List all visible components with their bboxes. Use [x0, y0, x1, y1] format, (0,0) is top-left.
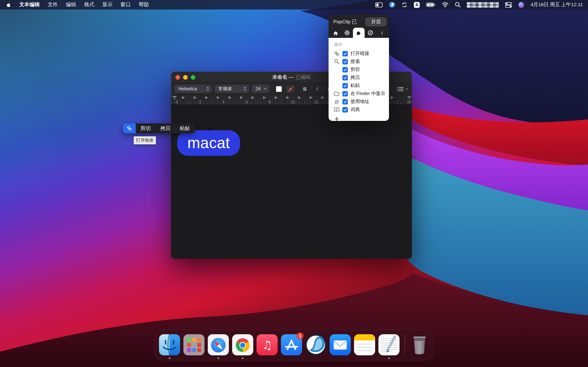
dock-notes-icon[interactable] — [354, 334, 375, 355]
display-toggle-icon[interactable] — [375, 2, 383, 8]
popclip-enable-button[interactable]: 开启 — [365, 17, 386, 26]
menu-app-name[interactable]: 文本编辑 — [19, 1, 40, 8]
checkbox-checked[interactable] — [342, 51, 348, 56]
tab-extensions[interactable] — [353, 28, 365, 38]
dock-chrome-icon[interactable] — [232, 334, 253, 355]
action-label[interactable]: 搜索 — [350, 58, 360, 65]
ruler-number: 0 — [176, 100, 178, 104]
bold-button[interactable]: B — [301, 86, 308, 92]
info-icon: i — [380, 30, 384, 36]
dock-divider — [405, 335, 405, 355]
link-icon — [333, 51, 340, 56]
minimize-button[interactable] — [183, 75, 188, 80]
dock-app-store-icon[interactable]: 1 — [281, 334, 302, 355]
font-style-select[interactable]: 常规体 — [215, 85, 249, 93]
checkbox-checked[interactable] — [342, 91, 348, 96]
background-color-well[interactable]: a — [287, 86, 293, 92]
popclip-menu-icon[interactable] — [389, 2, 395, 8]
tab-home[interactable] — [330, 28, 341, 38]
book-icon — [333, 107, 340, 112]
text-color-well[interactable] — [276, 86, 282, 92]
actions-section-title: 操作 — [334, 42, 385, 47]
font-family-select[interactable]: Helvetica — [175, 85, 212, 93]
chevron-down-icon — [264, 87, 267, 90]
dock-finder-icon[interactable] — [159, 334, 180, 355]
italic-button[interactable]: I — [314, 86, 319, 92]
menu-format[interactable]: 格式 — [84, 1, 94, 8]
menu-bar: 文本编辑 文件 编辑 格式 显示 窗口 帮助 A — [0, 0, 588, 9]
action-label[interactable]: 在 Finder 中显示 — [350, 90, 385, 97]
action-row-open-link: 打开链接 — [333, 50, 385, 58]
dock-textedit-icon[interactable] — [378, 334, 400, 355]
running-indicator — [218, 358, 219, 359]
checkbox-checked[interactable] — [342, 83, 348, 88]
mouse-cursor — [207, 125, 212, 132]
checkbox-checked[interactable] — [342, 107, 348, 113]
checkbox-checked[interactable] — [342, 75, 348, 80]
dock-mail-icon[interactable] — [330, 334, 351, 355]
input-source-letter: A — [416, 3, 418, 7]
copy-button[interactable]: 拷贝 — [155, 123, 175, 133]
action-row-dictionary: 词典 — [333, 106, 385, 114]
svg-text:@: @ — [334, 99, 339, 104]
action-row-show-in-finder: 在 Finder 中显示 — [333, 90, 385, 98]
text-area[interactable]: macat — [171, 105, 412, 259]
tab-info[interactable]: i — [376, 28, 388, 38]
notification-badge: 1 — [297, 332, 303, 339]
puzzle-icon — [356, 30, 362, 36]
tab-settings[interactable] — [341, 28, 353, 38]
spotlight-search-icon[interactable] — [455, 2, 461, 8]
paste-button[interactable]: 粘贴 — [175, 123, 195, 133]
action-label[interactable]: 拷贝 — [350, 74, 360, 81]
ruler-number: 10 — [291, 100, 295, 104]
menu-file[interactable]: 文件 — [48, 1, 58, 8]
ruler-right-margin-marker[interactable] — [407, 96, 412, 99]
ruler-indent-marker[interactable] — [172, 96, 176, 97]
menu-window[interactable]: 窗口 — [120, 1, 131, 8]
action-label[interactable]: 剪切 — [350, 66, 360, 73]
popover-body: 操作 打开链接 搜索 剪切 拷贝 — [329, 38, 389, 121]
action-label[interactable]: 词典 — [350, 106, 360, 113]
close-button[interactable] — [175, 75, 180, 80]
dock-trash-icon[interactable] — [410, 334, 429, 355]
menu-edit[interactable]: 编辑 — [66, 1, 76, 8]
font-family-value: Helvetica — [178, 86, 197, 91]
redacted-username[interactable] — [467, 2, 499, 8]
sync-arrows-icon[interactable] — [401, 2, 408, 8]
checkbox-checked[interactable] — [342, 59, 348, 64]
menubar-clock[interactable]: 4月16日 周五 上午12:11 — [531, 1, 583, 8]
window-title: 未命名 —已编辑 — [273, 74, 310, 80]
dock-safari-icon[interactable] — [208, 334, 229, 355]
desktop: 文本编辑 文件 编辑 格式 显示 窗口 帮助 A — [0, 0, 588, 367]
tab-excluded-apps[interactable] — [365, 28, 376, 38]
dock-wave-app-icon[interactable] — [305, 334, 326, 355]
popclip-settings-popover: PopClip 已 开启 i — [329, 15, 389, 121]
zoom-button[interactable] — [191, 75, 195, 80]
open-link-button[interactable] — [123, 123, 136, 133]
action-label[interactable]: 打开链接 — [350, 50, 369, 57]
action-label[interactable]: 使用地址 — [350, 98, 369, 105]
home-icon — [333, 31, 338, 36]
action-label[interactable]: 粘贴 — [350, 82, 360, 89]
cut-button[interactable]: 剪切 — [136, 123, 155, 133]
list-style-icon[interactable] — [397, 87, 404, 91]
dock-launchpad-icon[interactable] — [183, 334, 204, 355]
running-indicator — [388, 358, 390, 359]
menu-help[interactable]: 帮助 — [139, 1, 149, 8]
checkbox-checked[interactable] — [342, 99, 348, 104]
checkbox-checked[interactable] — [342, 67, 348, 72]
control-center-icon[interactable] — [505, 2, 512, 8]
wifi-icon[interactable] — [442, 2, 449, 7]
window-title-edited: 已编辑 — [296, 74, 311, 80]
chevron-down-icon[interactable] — [405, 87, 408, 90]
selected-text[interactable]: macat — [177, 130, 240, 156]
siri-icon[interactable] — [518, 2, 524, 8]
apple-logo-icon[interactable] — [6, 2, 11, 8]
menu-view[interactable]: 显示 — [102, 1, 112, 8]
dock-music-icon[interactable]: ♫ — [257, 334, 278, 355]
action-row-cut: 剪切 — [333, 66, 385, 74]
battery-icon[interactable] — [426, 2, 436, 7]
input-source-icon[interactable]: A — [414, 2, 420, 8]
font-size-select[interactable]: 24 — [252, 85, 269, 93]
add-action-button[interactable]: + — [334, 115, 342, 123]
